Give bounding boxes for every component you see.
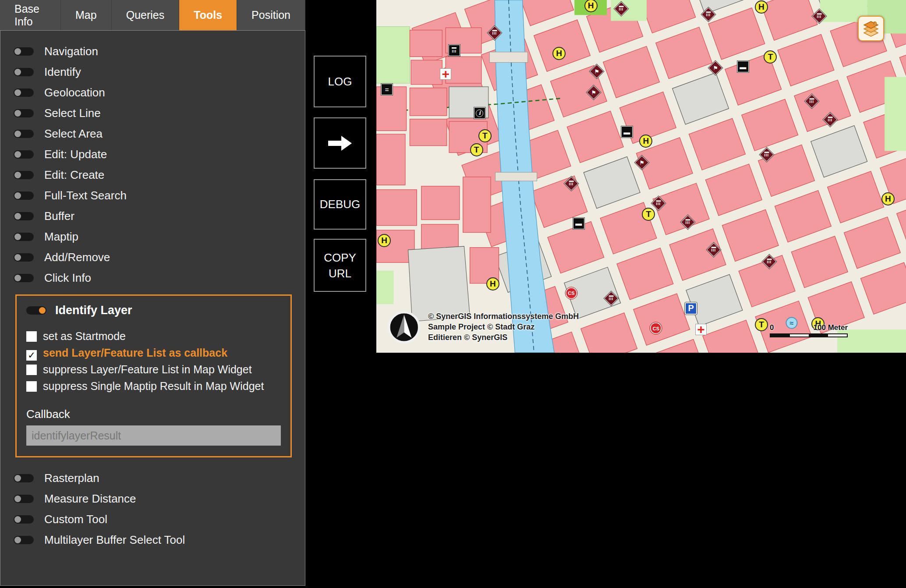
edit-update-toggle[interactable] bbox=[14, 150, 34, 159]
tab-queries[interactable]: Queries bbox=[112, 0, 180, 30]
tool-row-buffer[interactable]: Buffer bbox=[0, 206, 305, 227]
tool-row-full-text-search[interactable]: Full-Text Search bbox=[0, 185, 305, 206]
tool-row-multilayer-buffer[interactable]: Multilayer Buffer Select Tool bbox=[0, 530, 305, 550]
hotel-marker[interactable]: H bbox=[486, 277, 499, 290]
map-markers-layer: HIIIIIIHIIIIIIIIIH⚑⚑▬TIIIIII+=⚑iTT▬H⚑III… bbox=[376, 0, 906, 353]
tool-row-select-area[interactable]: Select Area bbox=[0, 124, 305, 144]
map[interactable]: HIIIIIIHIIIIIIIIIH⚑⚑▬TIIIIII+=⚑iTT▬H⚑III… bbox=[376, 0, 906, 353]
select-line-toggle[interactable] bbox=[14, 109, 34, 117]
cross-marker[interactable]: + bbox=[695, 324, 707, 335]
info-marker[interactable]: i bbox=[474, 107, 485, 119]
cross-marker[interactable]: + bbox=[440, 68, 451, 80]
tab-base-info[interactable]: Base Info bbox=[0, 0, 61, 30]
tab-map[interactable]: Map bbox=[61, 0, 112, 30]
museum-marker[interactable]: III bbox=[487, 26, 502, 40]
tool-label: Select Line bbox=[44, 106, 101, 120]
tool-row-select-line[interactable]: Select Line bbox=[0, 103, 305, 124]
copy-url-button[interactable]: COPY URL bbox=[314, 239, 366, 292]
tool-row-click-info[interactable]: Click Info bbox=[0, 268, 305, 288]
museum-marker[interactable]: III bbox=[823, 113, 838, 127]
log-button[interactable]: LOG bbox=[314, 56, 366, 107]
tool-row-identify[interactable]: Identify bbox=[0, 62, 305, 82]
identify-layer-toggle[interactable] bbox=[26, 306, 46, 315]
checkbox-box[interactable]: ✓ bbox=[26, 350, 37, 361]
tram-marker[interactable]: T bbox=[642, 208, 655, 221]
checkbox-row-send-layer-feature-list[interactable]: ✓send Layer/Feature List as callback bbox=[26, 344, 281, 361]
museum-marker[interactable]: III bbox=[614, 2, 628, 16]
tab-position[interactable]: Position bbox=[237, 0, 305, 30]
toggle-knob bbox=[14, 537, 21, 543]
bed-marker[interactable]: ▬ bbox=[621, 126, 633, 138]
tram-marker[interactable]: T bbox=[470, 143, 483, 156]
scale-start-label: 0 bbox=[770, 323, 774, 332]
tool-row-custom-tool[interactable]: Custom Tool bbox=[0, 509, 305, 530]
flag-marker[interactable]: ⚑ bbox=[586, 85, 601, 100]
tool-row-rasterplan[interactable]: Rasterplan bbox=[0, 468, 305, 489]
layers-button[interactable]: i bbox=[858, 16, 884, 41]
add-remove-toggle[interactable] bbox=[14, 253, 34, 262]
geolocation-toggle[interactable] bbox=[14, 89, 34, 97]
checkbox-row-set-as-startmode[interactable]: set as Startmode bbox=[26, 328, 281, 344]
museum-marker[interactable]: III bbox=[762, 254, 777, 269]
tab-tools[interactable]: Tools bbox=[179, 0, 237, 30]
tram-marker[interactable]: T bbox=[478, 129, 492, 142]
next-arrow-button[interactable] bbox=[314, 117, 366, 169]
tool-row-geolocation[interactable]: Geolocation bbox=[0, 82, 305, 103]
museum-marker[interactable]: III bbox=[604, 291, 618, 306]
cs-marker[interactable]: CS bbox=[565, 287, 577, 299]
checkbox-row-suppress-layer-feature-list[interactable]: suppress Layer/Feature List in Map Widge… bbox=[26, 361, 281, 378]
museum-marker[interactable]: III bbox=[564, 177, 579, 191]
parking-marker[interactable]: P bbox=[685, 302, 697, 315]
flag-marker[interactable]: ⚑ bbox=[590, 64, 604, 78]
tool-row-edit-create[interactable]: Edit: Create bbox=[0, 165, 305, 185]
tool-row-add-remove[interactable]: Add/Remove bbox=[0, 247, 305, 268]
tool-row-maptip[interactable]: Maptip bbox=[0, 227, 305, 247]
tool-row-measure-distance[interactable]: Measure Distance bbox=[0, 489, 305, 509]
callback-input[interactable] bbox=[26, 425, 281, 446]
buffer-toggle[interactable] bbox=[14, 212, 34, 220]
hotel-marker[interactable]: H bbox=[755, 0, 768, 14]
maptip-toggle[interactable] bbox=[14, 233, 34, 241]
bed-marker[interactable]: ▬ bbox=[573, 218, 584, 229]
tool-label: Custom Tool bbox=[44, 513, 107, 526]
multilayer-buffer-toggle[interactable] bbox=[14, 536, 34, 544]
edit-create-toggle[interactable] bbox=[14, 171, 34, 179]
museum-marker[interactable]: III bbox=[760, 147, 774, 162]
tram-marker[interactable]: T bbox=[755, 318, 768, 331]
hotel-marker[interactable]: H bbox=[639, 135, 652, 148]
tool-row-navigation[interactable]: Navigation bbox=[0, 41, 305, 62]
hotel-marker[interactable]: H bbox=[881, 192, 895, 205]
museum-marker[interactable]: III bbox=[812, 9, 826, 24]
museum-marker[interactable]: III bbox=[805, 94, 819, 109]
equal-marker[interactable]: = bbox=[381, 84, 393, 95]
museum-marker[interactable]: III bbox=[681, 215, 695, 230]
checkbox-box[interactable] bbox=[26, 331, 37, 342]
click-info-toggle[interactable] bbox=[14, 274, 34, 282]
bed-marker[interactable]: ▬ bbox=[737, 61, 749, 72]
tool-row-edit-update[interactable]: Edit: Update bbox=[0, 144, 305, 165]
museum-marker[interactable]: III bbox=[707, 243, 721, 257]
flag-marker[interactable]: ⚑ bbox=[634, 156, 649, 170]
landmark-marker[interactable]: III bbox=[449, 45, 460, 56]
checkbox-box[interactable] bbox=[26, 381, 37, 392]
custom-tool-toggle[interactable] bbox=[14, 515, 34, 524]
museum-marker[interactable]: III bbox=[651, 196, 666, 211]
hotel-marker[interactable]: H bbox=[378, 234, 391, 247]
select-area-toggle[interactable] bbox=[14, 130, 34, 138]
checkbox-box[interactable] bbox=[26, 365, 37, 375]
navigation-toggle[interactable] bbox=[14, 47, 34, 56]
measure-distance-toggle[interactable] bbox=[14, 495, 34, 503]
hotel-marker[interactable]: H bbox=[584, 0, 598, 12]
debug-button[interactable]: DEBUG bbox=[314, 179, 366, 230]
scale-bar-segments bbox=[770, 333, 848, 337]
museum-marker[interactable]: III bbox=[701, 7, 716, 22]
tram-marker[interactable]: T bbox=[764, 50, 777, 64]
identify-toggle[interactable] bbox=[14, 68, 34, 76]
full-text-search-toggle[interactable] bbox=[14, 191, 34, 200]
hotel-marker[interactable]: H bbox=[552, 47, 566, 60]
rasterplan-toggle[interactable] bbox=[14, 474, 34, 482]
flag-marker[interactable]: ⚑ bbox=[708, 61, 722, 75]
checkbox-row-suppress-single-maptip[interactable]: suppress Single Maptip Result in Map Wid… bbox=[26, 378, 281, 394]
cs-marker[interactable]: CS bbox=[650, 322, 662, 334]
tool-label: Click Info bbox=[44, 271, 91, 285]
